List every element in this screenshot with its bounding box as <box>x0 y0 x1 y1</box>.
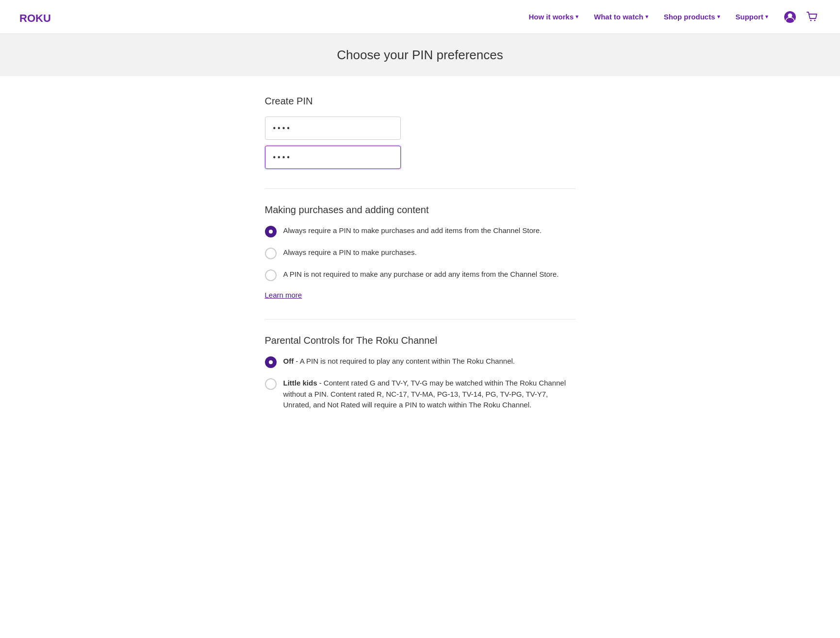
svg-point-3 <box>810 19 812 21</box>
nav-link-shop-products[interactable]: Shop products ▾ <box>658 9 726 25</box>
nav-links: How it works ▾ What to watch ▾ Shop prod… <box>523 9 774 25</box>
pin-input[interactable] <box>265 117 401 140</box>
create-pin-section: Create PIN <box>265 96 576 169</box>
roku-logo[interactable]: ROKU <box>19 11 57 23</box>
svg-text:ROKU: ROKU <box>19 12 51 23</box>
svg-point-2 <box>788 13 792 17</box>
pin-input-group <box>265 117 576 169</box>
nav-link-what-to-watch[interactable]: What to watch ▾ <box>588 9 654 25</box>
create-pin-title: Create PIN <box>265 96 576 107</box>
parental-label-bold-1: Little kids <box>283 379 317 387</box>
svg-point-4 <box>814 19 816 21</box>
radio-option-2[interactable]: A PIN is not required to make any purcha… <box>265 269 576 281</box>
parental-label-text-1: - Content rated G and TV-Y, TV-G may be … <box>283 379 566 409</box>
radio-option-0[interactable]: Always require a PIN to make purchases a… <box>265 225 576 237</box>
parental-label-bold-0: Off <box>283 357 294 365</box>
parental-label-text-0: - A PIN is not required to play any cont… <box>296 357 515 365</box>
main-content: Create PIN Making purchases and adding c… <box>246 76 595 459</box>
chevron-down-icon: ▾ <box>765 14 768 20</box>
parental-controls-section: Parental Controls for The Roku Channel O… <box>265 335 576 411</box>
purchases-title: Making purchases and adding content <box>265 204 576 216</box>
radio-circle-0[interactable] <box>265 226 277 237</box>
parental-controls-title: Parental Controls for The Roku Channel <box>265 335 576 346</box>
purchases-section: Making purchases and adding content Alwa… <box>265 204 576 300</box>
parental-radio-label-1: Little kids - Content rated G and TV-Y, … <box>283 378 576 411</box>
nav-item-shop-products[interactable]: Shop products ▾ <box>658 9 726 25</box>
chevron-down-icon: ▾ <box>576 14 578 20</box>
chevron-down-icon: ▾ <box>645 14 648 20</box>
learn-more-link[interactable]: Learn more <box>265 291 302 299</box>
cart-icon-button[interactable] <box>804 9 821 25</box>
purchases-radio-group: Always require a PIN to make purchases a… <box>265 225 576 281</box>
page-title: Choose your PIN preferences <box>10 48 830 63</box>
nav-item-how-it-works[interactable]: How it works ▾ <box>523 9 584 25</box>
nav-item-what-to-watch[interactable]: What to watch ▾ <box>588 9 654 25</box>
account-icon-button[interactable] <box>782 9 798 25</box>
parental-radio-group: Off - A PIN is not required to play any … <box>265 356 576 411</box>
radio-circle-1[interactable] <box>265 248 277 259</box>
nav-icon-group <box>782 9 821 25</box>
nav-link-support[interactable]: Support ▾ <box>730 9 774 25</box>
nav-item-support[interactable]: Support ▾ <box>730 9 774 25</box>
parental-radio-circle-0[interactable] <box>265 356 277 368</box>
radio-label-2: A PIN is not required to make any purcha… <box>283 269 559 280</box>
section-divider-2 <box>265 319 576 319</box>
radio-option-1[interactable]: Always require a PIN to make purchases. <box>265 247 576 259</box>
confirm-pin-input[interactable] <box>265 146 401 169</box>
section-divider-1 <box>265 188 576 189</box>
radio-label-1: Always require a PIN to make purchases. <box>283 247 417 258</box>
page-header: Choose your PIN preferences <box>0 34 840 76</box>
radio-label-0: Always require a PIN to make purchases a… <box>283 225 542 236</box>
navbar: ROKU How it works ▾ What to watch ▾ Shop… <box>0 0 840 34</box>
parental-radio-label-0: Off - A PIN is not required to play any … <box>283 356 515 367</box>
parental-radio-option-1[interactable]: Little kids - Content rated G and TV-Y, … <box>265 378 576 411</box>
nav-link-how-it-works[interactable]: How it works ▾ <box>523 9 584 25</box>
parental-radio-circle-1[interactable] <box>265 378 277 390</box>
parental-radio-option-0[interactable]: Off - A PIN is not required to play any … <box>265 356 576 368</box>
chevron-down-icon: ▾ <box>717 14 720 20</box>
radio-circle-2[interactable] <box>265 269 277 281</box>
